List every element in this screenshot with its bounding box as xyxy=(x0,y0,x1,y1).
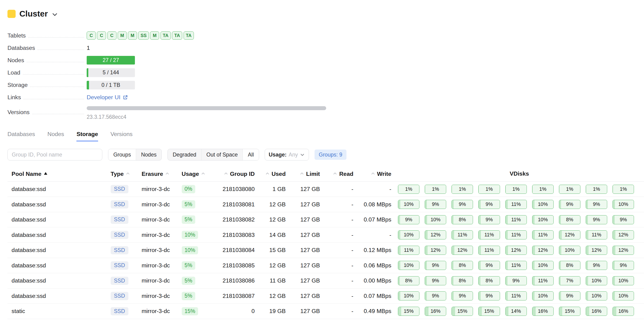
tablet-badge[interactable]: C xyxy=(87,31,96,39)
vdisk-badge[interactable]: 14% xyxy=(505,307,527,316)
vdisk-badge[interactable]: 8% xyxy=(398,276,420,285)
vdisk-badge[interactable]: 9% xyxy=(586,261,607,270)
vdisk-badge[interactable]: 11% xyxy=(505,291,527,301)
vdisk-badge[interactable]: 16% xyxy=(586,307,607,316)
column-header-usage[interactable]: Usage xyxy=(178,167,214,181)
vdisk-badge[interactable]: 10% xyxy=(532,291,554,301)
tablet-badge[interactable]: M xyxy=(150,31,159,39)
vdisk-badge[interactable]: 10% xyxy=(532,200,554,209)
vdisk-badge[interactable]: 16% xyxy=(532,307,554,316)
vdisk-badge[interactable]: 9% xyxy=(505,276,527,285)
column-header-pool[interactable]: Pool Name xyxy=(8,167,108,181)
tablet-badge[interactable]: TA xyxy=(172,31,182,39)
tablet-badge[interactable]: M xyxy=(128,31,137,39)
vdisk-badge[interactable]: 9% xyxy=(478,200,500,209)
vdisk-badge[interactable]: 9% xyxy=(478,291,500,301)
vdisk-badge[interactable]: 9% xyxy=(478,215,500,224)
usage-filter-select[interactable]: Usage: Any xyxy=(265,149,309,160)
vdisk-badge[interactable]: 9% xyxy=(425,276,446,285)
column-header-group[interactable]: Group ID xyxy=(214,167,258,181)
tablet-badge[interactable]: SS xyxy=(138,31,149,39)
tab-databases[interactable]: Databases xyxy=(8,131,35,141)
vdisk-badge[interactable]: 10% xyxy=(398,261,420,270)
tab-storage[interactable]: Storage xyxy=(76,131,98,141)
vdisk-badge[interactable]: 9% xyxy=(612,215,634,224)
tablet-badge[interactable]: TA xyxy=(160,31,171,39)
vdisk-badge[interactable]: 9% xyxy=(586,215,607,224)
vdisk-badge[interactable]: 11% xyxy=(505,261,527,270)
column-header-read[interactable]: Read xyxy=(323,167,357,181)
vdisk-badge[interactable]: 11% xyxy=(505,215,527,224)
tab-nodes[interactable]: Nodes xyxy=(48,131,64,141)
vdisk-badge[interactable]: 9% xyxy=(425,261,446,270)
vdisk-badge[interactable]: 8% xyxy=(452,215,473,224)
column-header-type[interactable]: Type xyxy=(108,167,138,181)
vdisk-badge[interactable]: 16% xyxy=(612,307,634,316)
vdisk-badge[interactable]: 11% xyxy=(532,276,554,285)
vdisk-badge[interactable]: 9% xyxy=(398,215,420,224)
vdisk-badge[interactable]: 11% xyxy=(478,230,500,239)
tablet-badge[interactable]: M xyxy=(118,31,127,39)
toggle-degraded[interactable]: Degraded xyxy=(168,149,201,160)
vdisk-badge[interactable]: 7% xyxy=(559,276,580,285)
vdisk-badge[interactable]: 9% xyxy=(425,291,446,301)
vdisk-badge[interactable]: 11% xyxy=(505,200,527,209)
vdisk-badge[interactable]: 1% xyxy=(505,185,527,194)
tablet-badge[interactable]: TA xyxy=(184,31,194,39)
developer-ui-link[interactable]: Developer UI xyxy=(87,94,128,101)
vdisk-badge[interactable]: 10% xyxy=(612,291,634,301)
vdisk-badge[interactable]: 10% xyxy=(612,276,634,285)
vdisk-badge[interactable]: 10% xyxy=(398,230,420,239)
vdisk-badge[interactable]: 16% xyxy=(425,307,446,316)
vdisk-badge[interactable]: 11% xyxy=(532,230,554,239)
vdisk-badge[interactable]: 9% xyxy=(559,291,580,301)
vdisk-badge[interactable]: 11% xyxy=(478,246,500,255)
vdisk-badge[interactable]: 12% xyxy=(532,246,554,255)
toggle-nodes[interactable]: Nodes xyxy=(136,149,162,160)
toggle-out-of-space[interactable]: Out of Space xyxy=(201,149,243,160)
vdisk-badge[interactable]: 9% xyxy=(478,261,500,270)
chevron-down-icon[interactable] xyxy=(52,11,58,18)
search-input[interactable] xyxy=(8,149,102,160)
vdisk-badge[interactable]: 11% xyxy=(586,230,607,239)
vdisk-badge[interactable]: 11% xyxy=(398,246,420,255)
vdisk-badge[interactable]: 12% xyxy=(425,230,446,239)
vdisk-badge[interactable]: 1% xyxy=(532,185,554,194)
column-header-used[interactable]: Used xyxy=(258,167,289,181)
vdisk-badge[interactable]: 15% xyxy=(398,307,420,316)
vdisk-badge[interactable]: 1% xyxy=(586,185,607,194)
vdisk-badge[interactable]: 12% xyxy=(452,246,473,255)
vdisk-badge[interactable]: 1% xyxy=(452,185,473,194)
vdisk-badge[interactable]: 9% xyxy=(452,200,473,209)
vdisk-badge[interactable]: 9% xyxy=(586,200,607,209)
vdisk-badge[interactable]: 9% xyxy=(612,261,634,270)
vdisk-badge[interactable]: 1% xyxy=(478,185,500,194)
vdisk-badge[interactable]: 12% xyxy=(505,246,527,255)
vdisk-badge[interactable]: 15% xyxy=(478,307,500,316)
vdisk-badge[interactable]: 1% xyxy=(612,185,634,194)
vdisk-badge[interactable]: 8% xyxy=(559,215,580,224)
tablet-badge[interactable]: C xyxy=(108,31,116,39)
vdisk-badge[interactable]: 12% xyxy=(586,246,607,255)
vdisk-badge[interactable]: 11% xyxy=(505,230,527,239)
vdisk-badge[interactable]: 10% xyxy=(586,291,607,301)
vdisk-badge[interactable]: 1% xyxy=(398,185,420,194)
column-header-erasure[interactable]: Erasure xyxy=(138,167,178,181)
vdisk-badge[interactable]: 12% xyxy=(559,230,580,239)
toggle-groups[interactable]: Groups xyxy=(108,149,136,160)
column-header-limit[interactable]: Limit xyxy=(289,167,323,181)
vdisk-badge[interactable]: 15% xyxy=(452,307,473,316)
vdisk-badge[interactable]: 8% xyxy=(452,261,473,270)
vdisk-badge[interactable]: 12% xyxy=(612,246,634,255)
vdisk-badge[interactable]: 10% xyxy=(612,200,634,209)
vdisk-badge[interactable]: 8% xyxy=(452,276,473,285)
vdisk-badge[interactable]: 10% xyxy=(398,200,420,209)
tablet-badge[interactable]: C xyxy=(97,31,106,39)
vdisk-badge[interactable]: 10% xyxy=(532,215,554,224)
vdisk-badge[interactable]: 1% xyxy=(425,185,446,194)
vdisk-badge[interactable]: 9% xyxy=(452,291,473,301)
vdisk-badge[interactable]: 15% xyxy=(559,307,580,316)
tab-versions[interactable]: Versions xyxy=(110,131,132,141)
vdisk-badge[interactable]: 12% xyxy=(612,230,634,239)
vdisk-badge[interactable]: 12% xyxy=(425,246,446,255)
